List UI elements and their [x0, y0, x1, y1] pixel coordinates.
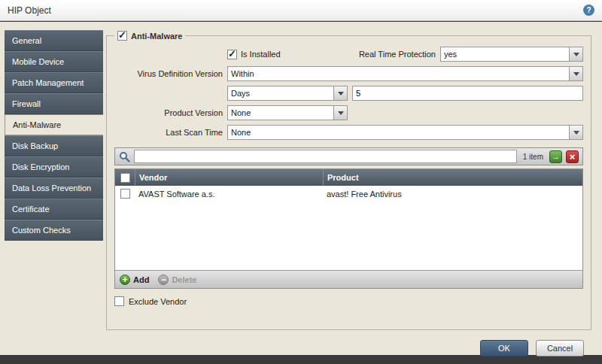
cancel-button[interactable]: Cancel [536, 340, 584, 356]
row-exclude-vendor: Exclude Vendor [114, 296, 583, 306]
row-checkbox[interactable] [120, 189, 130, 199]
sidebar-item-patch-management[interactable]: Patch Management [5, 72, 103, 93]
product-version-value: None [228, 106, 333, 120]
add-button[interactable]: + Add [120, 275, 149, 285]
item-count-label: 1 item [523, 153, 543, 161]
sidebar-item-general[interactable]: General [5, 30, 103, 51]
table-row[interactable]: AVAST Software a.s. avast! Free Antiviru… [115, 186, 582, 202]
anti-malware-group: Anti-Malware Is Installed Real Time Prot… [106, 31, 591, 330]
real-time-protection-label: Real Time Protection [359, 50, 440, 59]
real-time-protection-select[interactable]: yes [440, 47, 583, 62]
chevron-down-icon [333, 86, 347, 100]
row-last-scan-time: Last Scan Time None [114, 125, 583, 140]
delete-button[interactable]: − Delete [158, 275, 196, 285]
sidebar-tabs: General Mobile Device Patch Management F… [0, 22, 103, 355]
search-icon [119, 151, 130, 162]
anti-malware-panel: Anti-Malware Is Installed Real Time Prot… [103, 22, 602, 355]
column-header-product[interactable]: Product [323, 169, 582, 186]
vendor-table: Vendor Product AVAST Software a.s. avast… [114, 168, 583, 289]
chevron-down-icon [569, 126, 582, 139]
time-unit-value: Days [228, 86, 333, 100]
plus-icon: + [120, 275, 130, 285]
sidebar-item-firewall[interactable]: Firewall [5, 93, 103, 114]
group-legend: Anti-Malware [114, 31, 185, 41]
dialog-footer: OK Cancel [480, 340, 584, 356]
sidebar-item-mobile-device[interactable]: Mobile Device [5, 51, 103, 72]
add-button-label: Add [133, 275, 149, 284]
virus-definition-version-select[interactable]: Within [227, 66, 583, 81]
time-count-input[interactable] [352, 86, 583, 101]
clear-filter-button[interactable]: × [566, 150, 579, 163]
select-all-checkbox[interactable] [120, 173, 130, 183]
row-virus-definition-version: Virus Definition Version Within [114, 66, 583, 81]
sidebar-item-certificate[interactable]: Certificate [5, 199, 103, 220]
delete-button-label: Delete [172, 275, 196, 284]
minus-icon: − [158, 275, 169, 285]
filter-input[interactable] [134, 150, 517, 163]
column-header-vendor[interactable]: Vendor [135, 169, 323, 186]
table-filter-bar: 1 item → × [114, 147, 583, 165]
last-scan-time-select[interactable]: None [227, 125, 583, 140]
virus-definition-version-value: Within [228, 67, 569, 80]
sidebar-item-disk-backup[interactable]: Disk Backup [5, 135, 103, 156]
vendor-table-header: Vendor Product [115, 169, 582, 186]
last-scan-time-value: None [228, 126, 569, 139]
apply-filter-button[interactable]: → [549, 150, 562, 163]
product-version-label: Product Version [114, 108, 227, 117]
vendor-table-toolbar: + Add − Delete [115, 270, 582, 288]
cell-vendor: AVAST Software a.s. [135, 190, 323, 199]
sidebar-item-data-loss-prevention[interactable]: Data Loss Prevention [5, 177, 103, 199]
chevron-down-icon [333, 106, 347, 120]
row-time-window: Days [114, 86, 583, 101]
sidebar-item-disk-encryption[interactable]: Disk Encryption [5, 156, 103, 177]
time-unit-select[interactable]: Days [227, 86, 348, 101]
chevron-down-icon [569, 47, 582, 61]
hip-object-dialog: HIP Object ? General Mobile Device Patch… [0, 0, 602, 364]
is-installed-label: Is Installed [241, 50, 281, 59]
chevron-down-icon [569, 67, 582, 80]
anti-malware-checkbox[interactable] [117, 31, 127, 41]
help-icon[interactable]: ? [583, 5, 594, 16]
sidebar-item-anti-malware[interactable]: Anti-Malware [5, 114, 103, 135]
anti-malware-group-label: Anti-Malware [131, 32, 182, 41]
real-time-protection-value: yes [441, 47, 569, 61]
cell-product: avast! Free Antivirus [323, 190, 582, 199]
product-version-select[interactable]: None [227, 105, 348, 120]
row-product-version: Product Version None [114, 105, 583, 120]
vendor-table-body: AVAST Software a.s. avast! Free Antiviru… [115, 186, 582, 270]
last-scan-time-label: Last Scan Time [114, 128, 227, 137]
dialog-body: General Mobile Device Patch Management F… [0, 22, 602, 355]
sidebar-item-custom-checks[interactable]: Custom Checks [5, 220, 103, 241]
ok-button[interactable]: OK [480, 340, 528, 356]
row-is-installed: Is Installed Real Time Protection yes [114, 47, 583, 62]
dialog-title: HIP Object [8, 5, 51, 16]
title-bar: HIP Object ? [0, 0, 602, 21]
exclude-vendor-label: Exclude Vendor [129, 297, 187, 306]
is-installed-checkbox[interactable] [227, 50, 237, 59]
virus-definition-version-label: Virus Definition Version [114, 69, 227, 78]
exclude-vendor-checkbox[interactable] [114, 296, 124, 306]
